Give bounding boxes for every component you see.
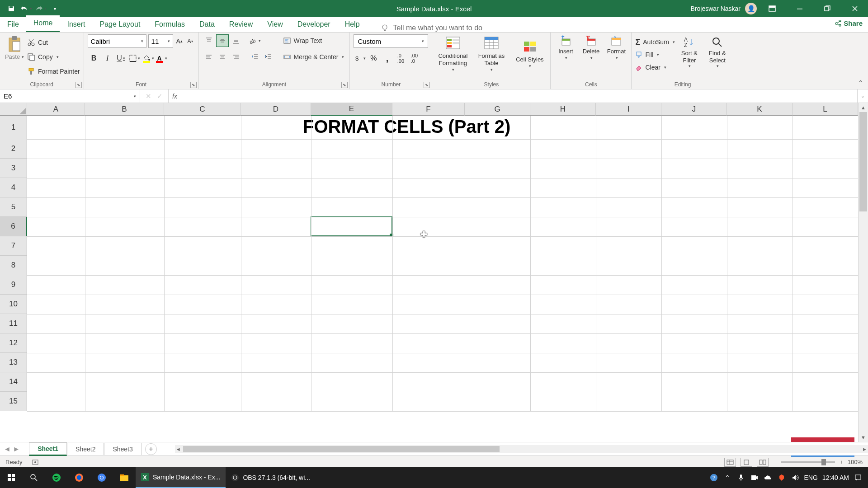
add-sheet-button[interactable]: +: [145, 443, 157, 455]
minimize-button[interactable]: [787, 0, 812, 17]
sheet-nav[interactable]: ◄ ►: [4, 445, 29, 453]
sheet-tab-2[interactable]: Sheet2: [67, 443, 104, 455]
onedrive-tray-icon[interactable]: [764, 473, 773, 482]
underline-button[interactable]: U▾: [115, 52, 127, 65]
chrome-icon[interactable]: [90, 467, 113, 488]
row-header-8[interactable]: 8: [0, 256, 27, 275]
undo-icon[interactable]: ▾: [19, 2, 33, 15]
row-header-7[interactable]: 7: [0, 236, 27, 256]
row-header-1[interactable]: 1: [0, 116, 27, 139]
ribbon-display-icon[interactable]: [760, 0, 784, 17]
decrease-font-button[interactable]: A▾: [186, 34, 195, 48]
row-header-5[interactable]: 5: [0, 197, 27, 217]
italic-button[interactable]: I: [101, 52, 114, 65]
search-button[interactable]: [23, 467, 45, 488]
selected-cell[interactable]: [311, 216, 392, 236]
percent-format-button[interactable]: %: [367, 52, 380, 65]
font-name-dropdown[interactable]: Calibri▾: [88, 34, 146, 48]
horizontal-scrollbar[interactable]: ◄ ►: [175, 445, 868, 453]
name-box[interactable]: ▾: [0, 89, 140, 103]
insert-cells-button[interactable]: Insert▾: [554, 34, 577, 60]
row-header-15[interactable]: 15: [0, 392, 27, 411]
sheet-tab-3[interactable]: Sheet3: [104, 443, 141, 455]
row-header-13[interactable]: 13: [0, 353, 27, 372]
align-bottom-button[interactable]: [230, 34, 242, 47]
taskbar-app-obs[interactable]: OBS 27.1.3 (64-bit, wi...: [226, 467, 316, 488]
increase-font-button[interactable]: A▴: [175, 34, 184, 48]
align-top-button[interactable]: [203, 34, 215, 47]
sheet-tab-1[interactable]: Sheet1: [29, 442, 67, 456]
bold-button[interactable]: B: [88, 52, 100, 65]
comma-format-button[interactable]: ,: [381, 52, 393, 65]
taskbar-app-excel[interactable]: X Sample Data.xlsx - Ex...: [136, 467, 226, 488]
column-header-E[interactable]: E: [311, 103, 392, 116]
conditional-formatting-button[interactable]: Conditional Formatting▾: [436, 34, 470, 72]
format-painter-button[interactable]: Format Painter: [27, 65, 80, 78]
column-header-A[interactable]: A: [27, 103, 85, 116]
firefox-icon[interactable]: [68, 467, 90, 488]
vertical-scrollbar[interactable]: ▲ ▼: [858, 103, 868, 442]
tab-home[interactable]: Home: [26, 15, 60, 32]
page-layout-view-button[interactable]: [741, 458, 752, 467]
tab-view[interactable]: View: [260, 17, 290, 32]
fill-color-button[interactable]: ▾: [142, 52, 154, 65]
tab-review[interactable]: Review: [222, 17, 260, 32]
orientation-button[interactable]: ab▾: [249, 34, 261, 47]
scroll-up-button[interactable]: ▲: [859, 103, 868, 112]
fill-button[interactable]: Fill▾: [635, 49, 675, 61]
increase-indent-button[interactable]: [262, 51, 275, 63]
notifications-icon[interactable]: [854, 473, 863, 482]
clipboard-dialog-launcher[interactable]: ⬊: [75, 82, 82, 88]
align-left-button[interactable]: [203, 51, 215, 63]
align-middle-button[interactable]: [216, 34, 229, 47]
sort-filter-button[interactable]: AZ Sort & Filter▾: [677, 35, 702, 80]
collapse-ribbon-button[interactable]: ⌃: [858, 79, 863, 86]
row-header-9[interactable]: 9: [0, 275, 27, 295]
column-header-L[interactable]: L: [793, 103, 858, 116]
paste-button[interactable]: Paste▾: [5, 53, 24, 60]
merge-center-button[interactable]: Merge & Center▾: [281, 51, 346, 63]
cell-styles-button[interactable]: Cell Styles▾: [513, 34, 547, 72]
decrease-indent-button[interactable]: [249, 51, 261, 63]
share-button[interactable]: Share: [835, 19, 863, 27]
zoom-in-button[interactable]: +: [840, 459, 843, 465]
row-header-3[interactable]: 3: [0, 159, 27, 178]
wrap-text-button[interactable]: Wrap Text: [281, 34, 346, 47]
row-header-6[interactable]: 6: [0, 217, 27, 236]
copy-button[interactable]: Copy▾: [27, 51, 80, 63]
paste-icon[interactable]: [6, 35, 23, 53]
row-header-14[interactable]: 14: [0, 372, 27, 392]
mic-tray-icon[interactable]: [736, 473, 745, 482]
find-select-button[interactable]: Find & Select▾: [705, 35, 730, 80]
tab-formulas[interactable]: Formulas: [147, 17, 192, 32]
maximize-button[interactable]: [815, 0, 840, 17]
zoom-out-button[interactable]: −: [773, 459, 777, 465]
cut-button[interactable]: Cut: [27, 36, 80, 49]
qat-customize-icon[interactable]: ▾: [48, 2, 61, 15]
column-header-J[interactable]: J: [661, 103, 727, 116]
format-cells-button[interactable]: Format▾: [605, 34, 627, 60]
column-header-G[interactable]: G: [465, 103, 530, 116]
save-icon[interactable]: [5, 2, 18, 15]
row-header-4[interactable]: 4: [0, 178, 27, 197]
select-all-corner[interactable]: [0, 103, 27, 116]
zoom-slider[interactable]: [781, 461, 835, 463]
brave-tray-icon[interactable]: [777, 473, 786, 482]
expand-formula-bar[interactable]: ⌄: [857, 89, 868, 103]
spotify-icon[interactable]: [45, 467, 68, 488]
scroll-down-button[interactable]: ▼: [859, 433, 868, 442]
name-box-input[interactable]: [4, 92, 40, 100]
vscroll-thumb[interactable]: [859, 112, 867, 211]
number-format-dropdown[interactable]: Custom▾: [354, 34, 428, 48]
tell-me-search[interactable]: Tell me what you want to do: [367, 24, 482, 32]
column-header-H[interactable]: H: [530, 103, 596, 116]
cells-area[interactable]: FORMAT CELLS (Part 2) ✚: [27, 116, 868, 411]
cancel-formula-icon[interactable]: ✕: [146, 92, 151, 100]
normal-view-button[interactable]: [724, 458, 736, 467]
font-color-button[interactable]: A▾: [155, 52, 167, 65]
tray-chevron-icon[interactable]: ⌃: [723, 473, 732, 482]
user-avatar[interactable]: 👤: [745, 3, 757, 14]
row-header-11[interactable]: 11: [0, 314, 27, 333]
border-button[interactable]: ▾: [128, 52, 141, 65]
font-size-dropdown[interactable]: 11▾: [148, 34, 173, 48]
